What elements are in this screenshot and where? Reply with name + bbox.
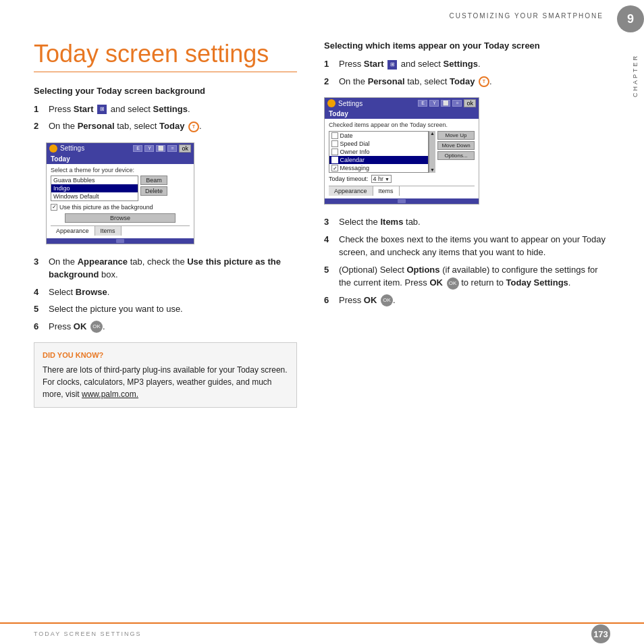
start-icon-right: ⊞	[387, 60, 397, 70]
right-column: Selecting which items appear on your Tod…	[324, 41, 607, 316]
right-step-text-5: (Optional) Select Options (if available)…	[339, 263, 607, 290]
bold-settings-1: Settings	[153, 104, 188, 114]
items-scrollbar[interactable]: ▲ ▼	[429, 131, 435, 173]
step-text-1: Press Start ⊞ and select Settings.	[49, 103, 297, 116]
timeout-label: Today timeout:	[329, 176, 369, 182]
right-step-text-2: On the Personal tab, select Today T.	[339, 75, 607, 88]
win-flag-icon	[49, 144, 57, 153]
keyboard-bar-left	[47, 238, 194, 244]
bold-ok-right: OK	[364, 295, 377, 305]
start-icon-1: ⊞	[97, 105, 107, 114]
right-titlebar-left: Settings	[327, 99, 363, 107]
right-status-y: Y	[429, 100, 439, 107]
move-up-btn[interactable]: Move Up	[437, 131, 475, 140]
today-icon-1: T	[188, 122, 199, 132]
step-text-2: On the Personal tab, select Today T.	[49, 119, 297, 133]
page-title: Today screen settings	[34, 41, 297, 72]
left-mockup-titlebar: Settings E Y ⬜ = ok	[47, 143, 194, 154]
bold-today-settings: Today Settings	[506, 277, 568, 288]
item-messaging-checkbox[interactable]	[331, 165, 338, 171]
right-step-4: 4 Check the boxes next to the items you …	[324, 233, 607, 259]
item-messaging: Messaging	[329, 164, 428, 172]
right-titlebar-text: Settings	[338, 100, 363, 107]
items-list: Date Speed Dial Owner Info Calendar	[329, 131, 429, 173]
chapter-title: CUSTOMIZING YOUR SMARTPHONE	[450, 12, 603, 20]
chapter-badge: 9	[617, 5, 644, 32]
items-row: Date Speed Dial Owner Info Calendar	[329, 131, 475, 183]
win-ok-btn-right[interactable]: ok	[464, 99, 476, 107]
left-titlebar-text: Settings	[60, 144, 84, 152]
ok-icon-left: OK	[90, 321, 103, 333]
scroll-up: ▲	[430, 131, 435, 136]
scroll-down: ▼	[430, 167, 435, 173]
items-list-wrapper: Date Speed Dial Owner Info Calendar	[329, 131, 435, 183]
bold-ok-mid: OK	[429, 277, 443, 288]
left-step-4: 4 Select Browse.	[34, 286, 297, 299]
theme-item-windows[interactable]: Windows Default	[51, 192, 138, 200]
right-section-title: Selecting which items appear on your Tod…	[324, 41, 607, 51]
item-date: Date	[329, 132, 428, 140]
step-text-6: Press OK OK.	[49, 320, 297, 333]
step-num-6: 6	[34, 320, 46, 333]
right-step-text-1: Press Start ⊞ and select Settings.	[339, 57, 607, 71]
right-step-num-5: 5	[324, 263, 336, 290]
delete-btn[interactable]: Delete	[140, 186, 167, 196]
right-step-6: 6 Press OK OK.	[324, 294, 607, 307]
bold-ok-left: OK	[74, 321, 87, 331]
dyk-link[interactable]: www.palm.com.	[82, 390, 138, 399]
items-tab-right[interactable]: Items	[373, 186, 400, 196]
right-step-num-4: 4	[324, 233, 336, 259]
move-down-btn[interactable]: Move Down	[437, 141, 475, 150]
status-icon-bat: =	[167, 145, 177, 152]
theme-list: Guava Bubbles Indigo Windows Default	[51, 176, 138, 201]
step-num-3: 3	[34, 255, 46, 281]
right-mockup-body: Checked items appear on the Today screen…	[325, 119, 479, 198]
win-ok-btn-left[interactable]: ok	[179, 144, 191, 153]
left-bottom-tabs: Appearance Items	[51, 225, 190, 236]
timeout-row: Today timeout: 4 hr ▼	[329, 175, 435, 183]
dyk-label: DID YOU KNOW?	[43, 350, 288, 361]
left-step-2: 2 On the Personal tab, select Today T.	[34, 119, 297, 133]
left-step-3: 3 On the Appearance tab, check the Use t…	[34, 255, 297, 281]
right-step-1: 1 Press Start ⊞ and select Settings.	[324, 57, 607, 71]
right-step-num-1: 1	[324, 57, 336, 71]
appearance-tab-right[interactable]: Appearance	[329, 186, 373, 196]
options-btn[interactable]: Options...	[437, 151, 475, 160]
left-mockup-tab: Today	[47, 154, 194, 164]
footer-right: 173	[591, 624, 610, 643]
appearance-tab[interactable]: Appearance	[51, 226, 95, 236]
item-date-checkbox[interactable]	[331, 132, 338, 139]
timeout-dropdown[interactable]: 4 hr ▼	[371, 175, 392, 183]
ok-icon-right: OK	[381, 294, 393, 306]
beam-delete-btns: Beam Delete	[140, 176, 167, 197]
beam-btn[interactable]: Beam	[140, 176, 167, 185]
main-content: Today screen settings Selecting your Tod…	[34, 41, 607, 617]
right-step-num-6: 6	[324, 294, 336, 307]
right-mockup-titlebar: Settings E Y ⬜ = ok	[325, 98, 479, 109]
right-step-num-2: 2	[324, 75, 336, 88]
right-step-text-6: Press OK OK.	[339, 294, 607, 307]
timeout-value: 4 hr	[373, 176, 384, 182]
left-mockup-label: Select a theme for your device:	[51, 167, 190, 173]
bold-personal-right: Personal	[368, 76, 405, 86]
item-calendar-checkbox[interactable]	[331, 157, 338, 163]
item-speed-checkbox[interactable]	[331, 140, 338, 147]
browse-btn[interactable]: Browse	[65, 213, 176, 223]
step-text-4: Select Browse.	[49, 286, 297, 299]
right-step-5: 5 (Optional) Select Options (if availabl…	[324, 263, 607, 290]
bold-start-1: Start	[74, 104, 94, 114]
right-mockup: Settings E Y ⬜ = ok Today Checked items …	[324, 97, 479, 205]
theme-item-guava[interactable]: Guava Bubbles	[51, 176, 138, 184]
bold-options: Options	[406, 265, 439, 275]
left-step-1: 1 Press Start ⊞ and select Settings.	[34, 103, 297, 116]
bg-checkbox[interactable]	[51, 204, 57, 211]
bold-start-right: Start	[364, 59, 384, 69]
item-owner-checkbox[interactable]	[331, 149, 338, 155]
bold-appearance: Appearance	[78, 257, 128, 267]
step-num-2: 2	[34, 119, 46, 133]
theme-item-indigo[interactable]: Indigo	[51, 184, 138, 192]
items-tab-left[interactable]: Items	[95, 226, 122, 236]
footer-page-number: 173	[591, 624, 610, 643]
footer: TODAY SCREEN SETTINGS 173	[0, 622, 644, 644]
step-text-3: On the Appearance tab, check the Use thi…	[49, 255, 297, 281]
